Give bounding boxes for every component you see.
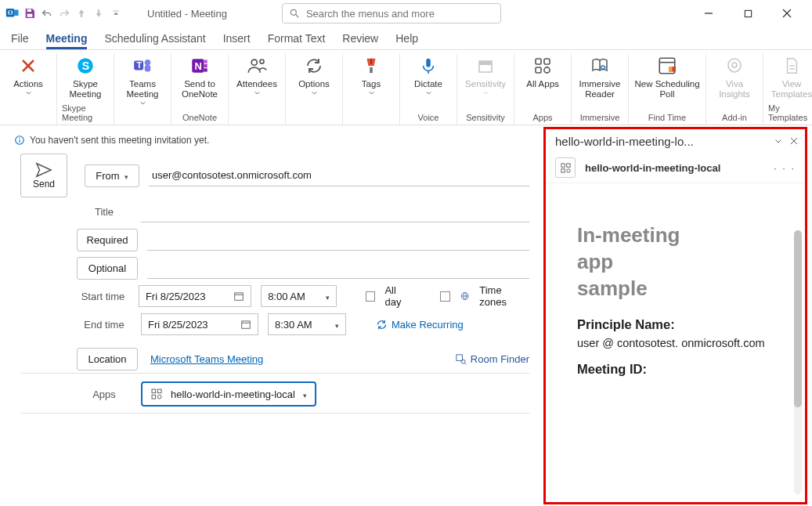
start-date-input[interactable]: Fri 8/25/2023 (139, 285, 251, 307)
svg-point-46 (19, 138, 20, 139)
window-title: Untitled - Meeting (147, 8, 227, 20)
svg-rect-2 (14, 10, 19, 16)
search-input[interactable] (282, 3, 501, 23)
from-value[interactable]: user@contosotest.onmicrosoft.com (149, 164, 529, 186)
prev-item-icon[interactable] (74, 5, 89, 21)
unsent-notice: You haven't sent this meeting invitation… (6, 130, 534, 154)
required-button[interactable]: Required (77, 229, 138, 251)
outlook-icon: O (5, 5, 20, 21)
svg-point-17 (145, 60, 151, 66)
make-recurring-link[interactable]: Make Recurring (376, 319, 464, 331)
tab-meeting[interactable]: Meeting (46, 32, 88, 49)
ribbon-button-label: View Templates (768, 79, 812, 99)
onenote-icon: N (189, 55, 211, 77)
panel-heading: In-meeting app sample (577, 222, 687, 302)
ribbon-dictate-button[interactable]: Dictate (405, 53, 452, 96)
ribbon-group-label: Immersive (580, 113, 620, 123)
undo-icon[interactable] (39, 5, 55, 21)
room-finder-link[interactable]: Room Finder (455, 353, 529, 365)
tab-review[interactable]: Review (342, 32, 378, 49)
timezones-checkbox[interactable] (440, 291, 450, 302)
ribbon-actions-button[interactable]: Actions (5, 53, 52, 96)
search-field[interactable] (305, 7, 494, 20)
ribbon-button-label: Send to OneNote (176, 79, 223, 99)
title-input[interactable] (141, 201, 529, 222)
svg-rect-69 (561, 163, 564, 166)
end-time-label: End time (77, 319, 132, 331)
svg-rect-21 (204, 60, 207, 63)
location-button[interactable]: Location (77, 348, 138, 370)
ribbon: ActionsSSkype MeetingSkype MeetingTTeams… (0, 50, 812, 125)
app-badge[interactable]: hello-world-in-meeting-local (141, 381, 316, 407)
ribbon-tags-button[interactable]: Tags (348, 53, 395, 96)
from-button[interactable]: From (85, 164, 139, 187)
optional-input[interactable] (147, 257, 529, 279)
tab-format-text[interactable]: Format Text (268, 32, 326, 49)
close-button[interactable] (771, 2, 803, 25)
ribbon-immersive-reader-button[interactable]: Immersive Reader (576, 53, 623, 99)
tab-insert[interactable]: Insert (223, 32, 251, 49)
svg-text:N: N (195, 60, 202, 72)
attendees-icon (246, 55, 268, 77)
ribbon-attendees-button[interactable]: Attendees (233, 53, 280, 96)
ribbon-group-label: OneNote (182, 113, 217, 123)
panel-close-icon[interactable] (789, 136, 799, 146)
apps-label: Apps (77, 389, 132, 400)
svg-text:S: S (82, 60, 89, 72)
ribbon-send-to-onenote-button[interactable]: NSend to OneNote (176, 53, 223, 99)
start-time-input[interactable]: 8:00 AM (261, 285, 336, 307)
ribbon-teams-meeting-button[interactable]: TTeams Meeting (119, 53, 166, 107)
svg-point-24 (251, 60, 257, 65)
location-value[interactable]: Microsoft Teams Meeting (150, 353, 263, 365)
svg-text:O: O (8, 9, 13, 16)
tab-file[interactable]: File (11, 32, 29, 49)
allday-checkbox[interactable] (366, 291, 376, 302)
skype-icon: S (74, 55, 96, 77)
ribbon-options-button[interactable]: Options (291, 53, 337, 96)
dictate-icon (417, 55, 439, 77)
svg-rect-52 (242, 321, 251, 328)
maximize-button[interactable] (732, 2, 763, 25)
ribbon-viva-insights-button[interactable]: Viva Insights (711, 53, 758, 99)
chevron-down-icon (482, 89, 489, 96)
end-date-input[interactable]: Fri 8/25/2023 (141, 313, 258, 335)
chevron-down-icon (254, 89, 261, 96)
ribbon-button-label: Teams Meeting (119, 79, 166, 99)
panel-subheader: hello-world-in-meeting-local · · · (546, 153, 805, 183)
ribbon-button-label: Viva Insights (711, 79, 758, 99)
chevron-down-icon (311, 89, 318, 96)
minimize-button[interactable] (693, 2, 724, 25)
qat-overflow-icon[interactable] (108, 5, 124, 21)
chevron-down-icon (139, 99, 146, 107)
ribbon-skype-meeting-button[interactable]: SSkype Meeting (62, 53, 109, 99)
tab-scheduling-assistant[interactable]: Scheduling Assistant (104, 32, 205, 49)
panel-dropdown-icon[interactable] (774, 136, 783, 146)
room-finder-icon (455, 353, 467, 365)
reader-icon (589, 55, 611, 77)
ribbon-group: Attendees (229, 53, 286, 125)
chevron-down-icon (303, 389, 307, 400)
panel-more-icon[interactable]: · · · (774, 162, 796, 174)
tab-help[interactable]: Help (395, 32, 418, 49)
save-icon[interactable] (22, 5, 38, 21)
allapps-icon (532, 55, 554, 77)
ribbon-group: SensitivitySensitivity (457, 53, 514, 125)
next-item-icon[interactable] (91, 5, 106, 21)
required-input[interactable] (147, 229, 529, 251)
end-time-input[interactable]: 8:30 AM (268, 313, 346, 335)
optional-button[interactable]: Optional (77, 257, 138, 280)
ribbon-new-scheduling-poll-button[interactable]: New Scheduling Poll (633, 53, 701, 99)
ribbon-group: Viva InsightsAdd-in (706, 53, 763, 125)
redo-icon[interactable] (56, 5, 72, 21)
ribbon-view-templates-button[interactable]: View Templates (768, 53, 812, 99)
ribbon-all-apps-button[interactable]: All Apps (519, 53, 566, 89)
send-button[interactable]: Send (20, 154, 67, 197)
ribbon-group-label: Add-in (722, 113, 747, 123)
svg-rect-34 (536, 67, 541, 73)
start-time-value: 8:00 AM (268, 291, 305, 302)
svg-rect-27 (370, 67, 373, 73)
ribbon-sensitivity-button[interactable]: Sensitivity (462, 53, 509, 96)
ribbon-button-label: All Apps (526, 79, 559, 89)
svg-point-55 (461, 360, 465, 363)
panel-scrollbar[interactable] (794, 230, 802, 494)
